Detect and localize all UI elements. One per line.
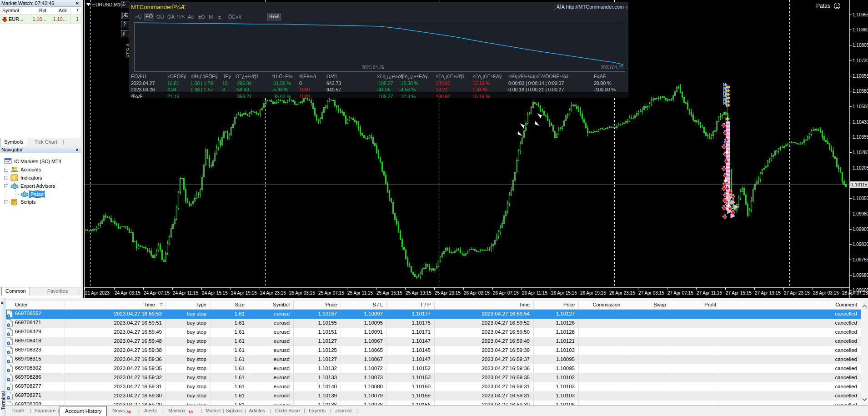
svg-text:27 Apr 07:15: 27 Apr 07:15 <box>667 291 693 296</box>
svg-text:1.10730: 1.10730 <box>853 58 868 63</box>
svg-text:25 Apr 23:15: 25 Apr 23:15 <box>435 291 461 296</box>
svg-text:24 Apr 15:15: 24 Apr 15:15 <box>202 291 228 296</box>
svg-text:27 Apr 23:15: 27 Apr 23:15 <box>784 291 810 296</box>
svg-text:1.10880: 1.10880 <box>853 27 868 32</box>
svg-text:1.10580: 1.10580 <box>853 89 868 94</box>
svg-text:1.10055: 1.10055 <box>853 196 868 201</box>
svg-text:27 Apr 03:15: 27 Apr 03:15 <box>638 291 664 296</box>
svg-text:25 Apr 19:15: 25 Apr 19:15 <box>406 291 431 296</box>
svg-text:26 Apr 07:15: 26 Apr 07:15 <box>493 291 519 296</box>
svg-text:1.10355: 1.10355 <box>853 135 868 140</box>
svg-text:1.10505: 1.10505 <box>853 104 868 109</box>
svg-text:1.09905: 1.09905 <box>853 227 868 232</box>
svg-text:24 Apr 03:15: 24 Apr 03:15 <box>115 291 140 296</box>
svg-text:27 Apr 15:15: 27 Apr 15:15 <box>726 291 752 296</box>
svg-text:26 Apr 03:15: 26 Apr 03:15 <box>464 291 490 296</box>
svg-text:27 Apr 19:15: 27 Apr 19:15 <box>755 291 781 296</box>
svg-text:25 Apr 11:15: 25 Apr 11:15 <box>347 291 373 296</box>
svg-text:Patas: Patas <box>816 3 830 9</box>
svg-text:1.10430: 1.10430 <box>853 120 868 125</box>
svg-text:?: ? <box>123 22 126 27</box>
svg-text:2023.04.26: 2023.04.26 <box>361 65 384 70</box>
svg-text:)Æ: )Æ <box>122 13 128 18</box>
svg-text:24 Apr 19:15: 24 Apr 19:15 <box>231 291 257 296</box>
svg-text:1.09830: 1.09830 <box>853 242 868 247</box>
svg-text:25 Apr 15:15: 25 Apr 15:15 <box>376 291 402 296</box>
svg-text:2023.04.27: 2023.04.27 <box>601 65 623 70</box>
svg-text:EURUSD,M15: EURUSD,M15 <box>92 2 123 7</box>
svg-text:28 Apr 07:15: 28 Apr 07:15 <box>842 291 868 296</box>
svg-text:26 Apr 15:15: 26 Apr 15:15 <box>551 291 577 296</box>
svg-text:28 Apr 03:15: 28 Apr 03:15 <box>813 291 839 296</box>
svg-text:24 Apr 23:15: 24 Apr 23:15 <box>260 291 286 296</box>
svg-text:1.09980: 1.09980 <box>853 211 868 216</box>
svg-text:25 Apr 03:15: 25 Apr 03:15 <box>289 291 315 296</box>
svg-text:1.10205: 1.10205 <box>853 165 868 170</box>
svg-text:24 Apr 07:15: 24 Apr 07:15 <box>144 291 170 296</box>
svg-text:25 Apr 07:15: 25 Apr 07:15 <box>318 291 344 296</box>
svg-text:1.10280: 1.10280 <box>853 150 868 155</box>
svg-text:24 Apr 11:15: 24 Apr 11:15 <box>173 291 198 296</box>
svg-text:£-: £- <box>122 2 126 7</box>
svg-text:26 Apr 19:15: 26 Apr 19:15 <box>580 291 606 296</box>
svg-text:21 Apr 2023: 21 Apr 2023 <box>85 291 110 296</box>
svg-text:1.10115: 1.10115 <box>851 182 868 187</box>
svg-text:1.09680: 1.09680 <box>853 273 868 278</box>
svg-text:27 Apr 11:15: 27 Apr 11:15 <box>697 291 722 296</box>
svg-text:26 Apr 23:15: 26 Apr 23:15 <box>609 291 635 296</box>
svg-text:¡l: ¡l <box>123 31 125 36</box>
svg-text:1.10805: 1.10805 <box>853 43 868 48</box>
svg-text:1.10655: 1.10655 <box>853 74 868 79</box>
svg-text:26 Apr 11:15: 26 Apr 11:15 <box>522 291 547 296</box>
svg-text:1.09755: 1.09755 <box>853 257 868 262</box>
svg-text:1.10955: 1.10955 <box>853 12 868 17</box>
